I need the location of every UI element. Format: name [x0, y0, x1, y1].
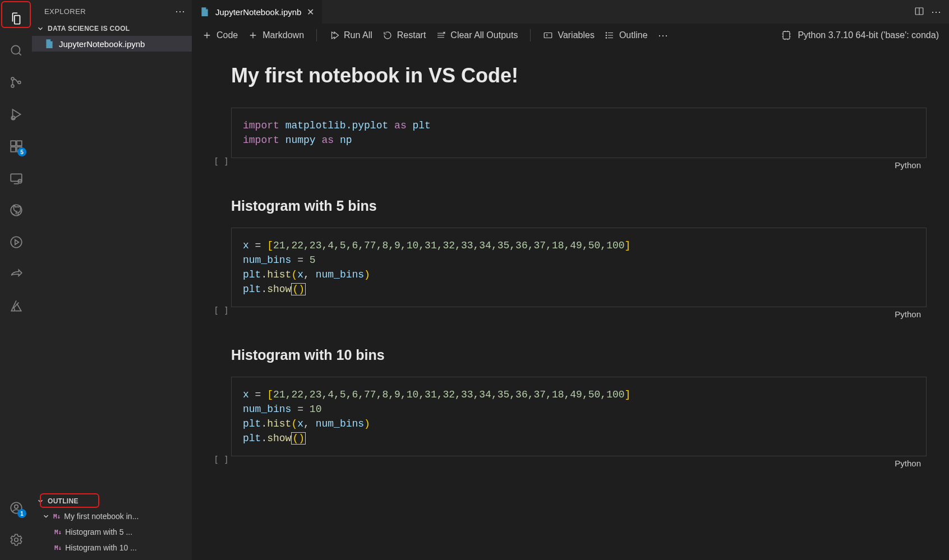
folder-name: DATA SCIENCE IS COOL [48, 25, 130, 33]
svg-rect-5 [11, 141, 16, 146]
toolbar-more-icon[interactable]: ⋯ [658, 29, 668, 41]
code-cell[interactable]: import matplotlib.pyplot as plt import n… [209, 108, 927, 170]
markdown-icon: M↓ [54, 544, 62, 552]
accounts-badge: 1 [17, 509, 26, 518]
notebook-content[interactable]: My first notebook in VS Code! import mat… [192, 47, 949, 560]
variables-label: Variables [558, 30, 595, 40]
add-code-button[interactable]: Code [202, 30, 238, 40]
file-label: JupyterNotebook.ipynb [59, 39, 145, 49]
editor-area: JupyterNotebook.ipynb ✕ ⋯ Code Markdown … [192, 0, 949, 560]
svg-point-2 [11, 85, 14, 87]
outline-item-label: Histogram with 5 ... [65, 527, 132, 536]
activity-run-debug[interactable] [0, 98, 32, 130]
outline-item[interactable]: M↓ Histogram with 10 ... [32, 540, 192, 556]
svg-rect-17 [545, 33, 552, 38]
activity-azure[interactable] [0, 290, 32, 322]
add-markdown-label: Markdown [262, 30, 304, 40]
sidebar: EXPLORER ⋯ DATA SCIENCE IS COOL JupyterN… [32, 0, 192, 560]
notebook-toolbar: Code Markdown Run All Restart Clear All … [192, 24, 949, 47]
outline-header[interactable]: OUTLINE [32, 495, 192, 507]
outline-button[interactable]: Outline [605, 30, 648, 40]
language-tag[interactable]: Python [895, 459, 921, 468]
outline-item-label: My first notebook in... [64, 512, 139, 521]
execution-count: [ ] [209, 455, 229, 465]
sidebar-more-icon[interactable]: ⋯ [175, 5, 185, 17]
tab-label: JupyterNotebook.ipynb [215, 7, 301, 17]
svg-point-14 [14, 505, 18, 508]
svg-point-20 [606, 38, 607, 39]
markdown-icon: M↓ [53, 513, 61, 520]
add-code-label: Code [216, 30, 238, 40]
file-item[interactable]: JupyterNotebook.ipynb [32, 36, 192, 52]
code-editor[interactable]: x = [21,22,23,4,5,6,77,8,9,10,31,32,33,3… [231, 377, 927, 456]
more-actions-icon[interactable]: ⋯ [931, 6, 941, 18]
clear-outputs-label: Clear All Outputs [450, 30, 518, 40]
notebook-file-icon [44, 39, 54, 49]
activity-search[interactable] [0, 34, 32, 66]
tab-bar: JupyterNotebook.ipynb ✕ ⋯ [192, 0, 949, 24]
activity-accounts[interactable]: 1 [0, 492, 32, 524]
chevron-down-icon [36, 497, 44, 505]
svg-rect-21 [784, 31, 790, 39]
outline-item[interactable]: M↓ Histogram with 5 ... [32, 524, 192, 540]
sidebar-title: EXPLORER [44, 7, 86, 16]
folder-header[interactable]: DATA SCIENCE IS COOL [32, 22, 192, 35]
notebook-h1: My first notebook in VS Code! [231, 64, 927, 87]
activity-share[interactable] [0, 258, 32, 290]
execution-count: [ ] [209, 156, 229, 166]
tab-notebook[interactable]: JupyterNotebook.ipynb ✕ [192, 0, 323, 24]
activity-settings[interactable] [0, 524, 32, 556]
run-all-label: Run All [344, 30, 372, 40]
activity-extensions[interactable]: 5 [0, 130, 32, 162]
divider [316, 29, 317, 41]
code-cell[interactable]: x = [21,22,23,4,5,6,77,8,9,10,31,32,33,3… [209, 228, 927, 319]
extensions-badge: 5 [17, 147, 26, 156]
restart-label: Restart [397, 30, 426, 40]
run-all-button[interactable]: Run All [329, 30, 372, 40]
outline-label: Outline [619, 30, 648, 40]
notebook-file-icon [200, 7, 210, 17]
activity-debugger[interactable] [0, 226, 32, 258]
svg-point-1 [11, 77, 14, 80]
activity-source-control[interactable] [0, 66, 32, 98]
kernel-picker[interactable]: Python 3.7.10 64-bit ('base': conda) [781, 30, 939, 41]
svg-point-18 [606, 33, 607, 34]
close-icon[interactable]: ✕ [307, 7, 314, 17]
code-editor[interactable]: import matplotlib.pyplot as plt import n… [231, 108, 927, 158]
activity-github[interactable] [0, 194, 32, 226]
variables-button[interactable]: Variables [543, 30, 595, 40]
language-tag[interactable]: Python [895, 160, 921, 170]
outline-item[interactable]: M↓ My first notebook in... [32, 508, 192, 524]
notebook-h2: Histogram with 10 bins [231, 347, 927, 363]
activity-explorer[interactable] [0, 2, 32, 34]
code-editor[interactable]: x = [21,22,23,4,5,6,77,8,9,10,31,32,33,3… [231, 228, 927, 307]
activity-bar: 5 1 [0, 0, 32, 560]
split-editor-icon[interactable] [914, 6, 924, 18]
svg-point-19 [606, 35, 607, 36]
kernel-label: Python 3.7.10 64-bit ('base': conda) [798, 30, 939, 40]
chevron-down-icon [42, 512, 50, 520]
divider [530, 29, 531, 41]
outline-title: OUTLINE [48, 497, 79, 505]
svg-point-12 [11, 237, 22, 248]
clear-outputs-button[interactable]: Clear All Outputs [436, 30, 518, 40]
notebook-h2: Histogram with 5 bins [231, 198, 927, 214]
outline-item-label: Histogram with 10 ... [65, 543, 137, 552]
restart-button[interactable]: Restart [383, 30, 426, 40]
svg-rect-8 [17, 141, 22, 146]
svg-rect-6 [11, 147, 16, 152]
svg-point-15 [14, 538, 18, 542]
markdown-icon: M↓ [54, 529, 62, 536]
chevron-down-icon [36, 25, 44, 33]
svg-rect-9 [11, 174, 22, 181]
language-tag[interactable]: Python [895, 309, 921, 319]
add-markdown-button[interactable]: Markdown [248, 30, 304, 40]
execution-count: [ ] [209, 306, 229, 316]
activity-remote[interactable] [0, 162, 32, 194]
svg-point-0 [11, 45, 20, 54]
code-cell[interactable]: x = [21,22,23,4,5,6,77,8,9,10,31,32,33,3… [209, 377, 927, 468]
svg-point-3 [18, 81, 21, 84]
